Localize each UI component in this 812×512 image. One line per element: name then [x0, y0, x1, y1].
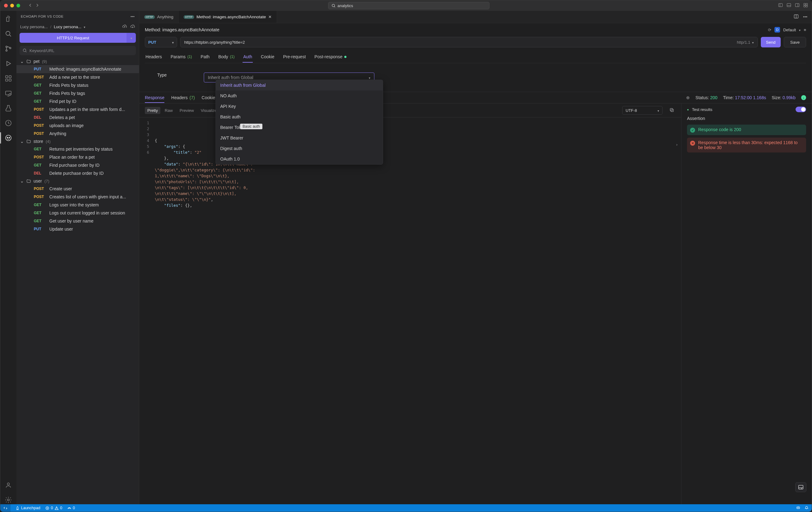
- layout-secondary-sidebar-icon[interactable]: [795, 3, 800, 8]
- editor-tab[interactable]: HTTP Anything: [139, 11, 179, 23]
- auth-option[interactable]: OAuth 1.0: [216, 154, 383, 164]
- new-request-dropdown[interactable]: [126, 33, 136, 43]
- split-editor-icon[interactable]: [794, 14, 799, 20]
- ports-status[interactable]: 0: [67, 506, 75, 510]
- tree-item[interactable]: PUT Update user: [17, 225, 139, 233]
- tree-item[interactable]: PUT Method: images.asyncBatchAnnotate: [17, 65, 139, 73]
- encoding-select[interactable]: UTF-8: [622, 106, 663, 115]
- chevron-down-icon[interactable]: [752, 40, 754, 44]
- search-icon[interactable]: [4, 29, 13, 38]
- tree-item[interactable]: POST Add a new pet to the store: [17, 73, 139, 81]
- copy-response-icon[interactable]: [668, 108, 675, 114]
- run-debug-icon[interactable]: [4, 59, 13, 68]
- layout-primary-sidebar-icon[interactable]: [778, 3, 783, 8]
- close-window-button[interactable]: [4, 4, 8, 7]
- breadcrumb-current[interactable]: Lucy persona...: [54, 25, 82, 29]
- tab-auth[interactable]: Auth: [242, 52, 253, 62]
- send-button[interactable]: Send: [761, 37, 781, 48]
- command-center[interactable]: analytics: [328, 2, 489, 9]
- save-button[interactable]: Save: [784, 37, 806, 48]
- view-tab-raw[interactable]: Raw: [162, 107, 175, 114]
- tree-group[interactable]: ⌄ store (4): [17, 138, 139, 145]
- response-tab-headers[interactable]: Headers (7): [171, 95, 195, 100]
- tree-item[interactable]: GET Logs user into the system: [17, 201, 139, 209]
- tree-item[interactable]: GET Logs out current logged in user sess…: [17, 209, 139, 217]
- download-response-icon[interactable]: ↓: [801, 95, 806, 100]
- tree-item[interactable]: GET Find purchase order by ID: [17, 161, 139, 169]
- layout-toggle-button[interactable]: [795, 482, 806, 492]
- notifications-icon[interactable]: [805, 506, 809, 510]
- tab-cookie[interactable]: Cookie: [260, 52, 275, 62]
- response-tab-response[interactable]: Response: [145, 95, 164, 100]
- nav-forward-icon[interactable]: [35, 3, 39, 8]
- env-config-icon[interactable]: ⟳: [768, 28, 772, 32]
- environment-select[interactable]: Default: [783, 28, 796, 32]
- customize-layout-icon[interactable]: [803, 3, 808, 8]
- more-tab-actions-icon[interactable]: •••: [803, 14, 807, 19]
- tab-pre-request[interactable]: Pre-request: [283, 52, 307, 62]
- chevron-down-icon[interactable]: [799, 28, 801, 32]
- response-tab-cookie[interactable]: Cookie: [202, 95, 215, 100]
- settings-gear-icon[interactable]: [4, 495, 13, 504]
- breadcrumb-chevron-down-icon[interactable]: [84, 25, 85, 29]
- tree-item[interactable]: DEL Delete purchase order by ID: [17, 169, 139, 177]
- tree-item[interactable]: POST uploads an image: [17, 121, 139, 129]
- protocol-label[interactable]: http/1.1: [737, 40, 750, 44]
- tree-item[interactable]: DEL Deletes a pet: [17, 114, 139, 121]
- editor-tab[interactable]: HTTP Method: images.asyncBatchAnnotate ✕: [179, 11, 277, 23]
- launchpad-status[interactable]: Launchpad: [16, 506, 40, 510]
- minimize-window-button[interactable]: [10, 4, 14, 7]
- collapse-chevron-icon[interactable]: ›: [675, 142, 678, 148]
- copilot-status-icon[interactable]: [796, 506, 800, 510]
- tree-item[interactable]: GET Get user by user name: [17, 217, 139, 225]
- timeline-icon[interactable]: [4, 119, 13, 127]
- tree-item[interactable]: POST Anything: [17, 129, 139, 138]
- auth-option[interactable]: Inherit auth from Global: [216, 80, 383, 90]
- breadcrumb-parent[interactable]: Lucy persona...: [20, 25, 48, 29]
- view-tab-preview[interactable]: Preview: [177, 107, 196, 114]
- tree-item[interactable]: POST Updates a pet in the store with for…: [17, 106, 139, 114]
- test-results-toggle[interactable]: [795, 107, 806, 112]
- problems-status[interactable]: 0 0: [45, 506, 62, 510]
- remote-explorer-icon[interactable]: [4, 89, 13, 98]
- source-control-icon[interactable]: [4, 44, 13, 53]
- more-actions-icon[interactable]: •••: [130, 14, 135, 18]
- new-request-button[interactable]: HTTP1/2 Request: [20, 33, 126, 43]
- layout-panel-icon[interactable]: [787, 3, 791, 8]
- testing-icon[interactable]: [4, 104, 13, 113]
- tree-item[interactable]: GET Finds Pets by tags: [17, 89, 139, 97]
- auth-option[interactable]: Bearer TokenBasic auth: [216, 122, 383, 133]
- tab-params[interactable]: Params (1): [170, 52, 193, 62]
- tree-group[interactable]: ⌄ pet (9): [17, 58, 139, 65]
- tree-group[interactable]: ⌄ user (7): [17, 177, 139, 185]
- extensions-icon[interactable]: [4, 74, 13, 83]
- url-input[interactable]: https://httpbin.org/anything?title=2 htt…: [180, 37, 758, 48]
- auth-option[interactable]: NO Auth: [216, 90, 383, 101]
- auth-option[interactable]: Digest auth: [216, 143, 383, 154]
- auth-option[interactable]: Basic auth: [216, 112, 383, 122]
- tab-path[interactable]: Path: [200, 52, 210, 62]
- tab-post-response[interactable]: Post-response: [314, 52, 347, 62]
- tree-item[interactable]: GET Returns pet inventories by status: [17, 145, 139, 153]
- tree-item[interactable]: POST Creates list of users with given in…: [17, 193, 139, 201]
- remote-indicator[interactable]: [0, 504, 10, 512]
- tree-item[interactable]: POST Create user: [17, 185, 139, 193]
- menu-icon[interactable]: ≡: [804, 28, 806, 32]
- auth-option[interactable]: JWT Bearer: [216, 133, 383, 143]
- auth-option[interactable]: API Key: [216, 101, 383, 112]
- tab-body[interactable]: Body (1): [218, 52, 235, 62]
- echoapi-extension-icon[interactable]: [4, 133, 13, 142]
- close-tab-icon[interactable]: ✕: [268, 14, 272, 19]
- method-select[interactable]: PUT: [145, 37, 177, 48]
- tab-headers[interactable]: Headers: [145, 52, 163, 62]
- explorer-icon[interactable]: [4, 14, 13, 23]
- maximize-window-button[interactable]: [17, 4, 20, 7]
- accounts-icon[interactable]: [4, 481, 13, 489]
- tree-item[interactable]: GET Find pet by ID: [17, 97, 139, 106]
- tree-item[interactable]: GET Finds Pets by status: [17, 81, 139, 89]
- response-body[interactable]: › { "args": { "title": "2" }, "data": "{…: [152, 117, 681, 504]
- cloud-download-icon[interactable]: [130, 24, 135, 30]
- nav-back-icon[interactable]: [28, 3, 33, 8]
- cloud-upload-icon[interactable]: [122, 24, 127, 30]
- tree-item[interactable]: POST Place an order for a pet: [17, 153, 139, 161]
